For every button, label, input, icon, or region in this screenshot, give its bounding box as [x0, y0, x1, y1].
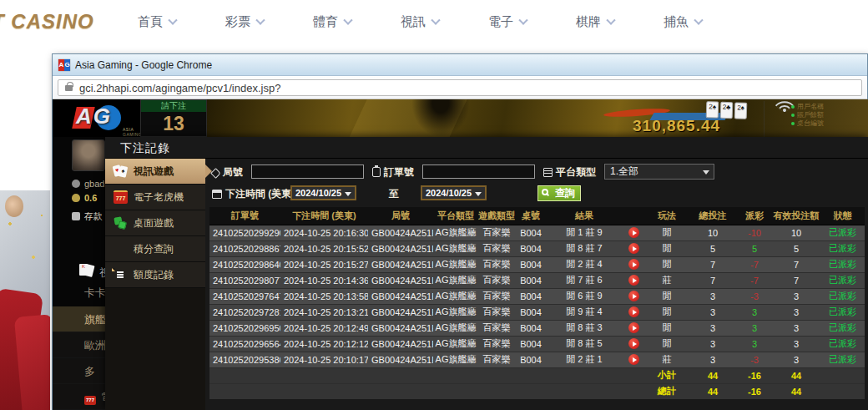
- table-header-row: 訂單號 下注時間 (美東) 局號 平台類型 遊戲類型 桌號 結果 玩法 總投注 …: [209, 207, 865, 225]
- round-number-input[interactable]: [251, 165, 364, 179]
- cell-result: 閒 8 莊 3: [547, 320, 622, 336]
- sidebar-item-points-query[interactable]: 積分查詢: [105, 236, 205, 262]
- ag-logo: AG ASIA GAMING: [74, 104, 149, 134]
- panel-content: 局號 訂單號 平台類型 1.全部 下注時間 (美東) 2024/10/25 至 …: [205, 159, 868, 410]
- play-video-button[interactable]: [628, 354, 639, 365]
- nav-item-lottery[interactable]: 彩票: [225, 14, 264, 30]
- chevron-down-icon: [431, 16, 440, 25]
- date-from-select[interactable]: 2024/10/25: [290, 185, 356, 200]
- chevron-down-icon: [255, 16, 265, 25]
- play-video-button[interactable]: [628, 291, 639, 301]
- cell-bet-time: 2024-10-25 20:13:58: [280, 288, 368, 304]
- cell-game-type: 百家樂: [478, 304, 515, 320]
- window-title: Asia Gaming - Google Chrome: [75, 59, 212, 71]
- nav-item-poker[interactable]: 棋牌: [576, 14, 614, 30]
- cell-total-bet: 3: [689, 304, 737, 320]
- chrome-title-bar[interactable]: AG Asia Gaming - Google Chrome: [53, 54, 867, 76]
- play-video-button[interactable]: [628, 227, 639, 238]
- cell-status: 已派彩: [820, 288, 865, 304]
- cell-bet-time: 2024-10-25 20:12:49: [280, 320, 368, 336]
- cell-platform-type: AG旗艦廳: [433, 225, 478, 240]
- cell-game-type: 百家樂: [478, 256, 515, 272]
- nav-item-slots[interactable]: 電子: [488, 14, 527, 30]
- cell-payout: -10: [737, 225, 772, 240]
- grand-total-row: 總計 44 -16 44: [209, 383, 865, 399]
- dropdown-arrow-icon: [475, 192, 482, 196]
- cell-video: [622, 225, 645, 240]
- cell-game-type: 百家樂: [478, 240, 515, 256]
- cell-status: 已派彩: [820, 336, 865, 352]
- play-video-button[interactable]: [628, 243, 639, 254]
- play-video-button[interactable]: [628, 322, 639, 333]
- nav-item-fishing[interactable]: 捕魚: [664, 14, 702, 30]
- platform-type-select[interactable]: 1.全部: [604, 164, 714, 180]
- background-balance: 0.6: [72, 193, 97, 203]
- nav-item-home[interactable]: 首頁: [138, 14, 176, 30]
- bet-timer: 請下注 13: [140, 99, 207, 137]
- casino-logo[interactable]: T CASINO: [0, 10, 94, 33]
- play-video-button[interactable]: [628, 306, 639, 317]
- cell-order-number: 241025202953860: [209, 352, 280, 367]
- cell-round-number: GB00424A251F0: [368, 288, 433, 304]
- cell-total-bet: 3: [689, 352, 737, 367]
- cell-valid-bet: 3: [772, 304, 820, 320]
- search-button[interactable]: 查詢: [537, 185, 581, 201]
- nav-item-live[interactable]: 視訊: [401, 14, 439, 30]
- chevron-down-icon: [694, 16, 703, 25]
- sidebar-item-table-games[interactable]: 桌面遊戲: [105, 210, 205, 236]
- promo-image: [0, 190, 50, 410]
- round-number-label: 局號: [212, 165, 243, 180]
- cell-valid-bet: 3: [772, 288, 820, 304]
- cell-play-type: 閒: [645, 304, 689, 320]
- cell-play-type: 閒: [645, 320, 689, 336]
- user-avatar[interactable]: [72, 139, 105, 171]
- chrome-window: AG Asia Gaming - Google Chrome gci.2hhap…: [52, 53, 868, 410]
- info-balance-label: 賬戶餘額: [791, 111, 824, 119]
- cell-video: [622, 304, 645, 320]
- cell-round-number: GB00424A251EY: [368, 320, 433, 336]
- cell-valid-bet: 3: [772, 336, 820, 352]
- address-bar[interactable]: gci.2hhapi.com/agingame/pcv1/index.jsp?: [58, 79, 862, 96]
- play-video-button[interactable]: [628, 259, 639, 270]
- calendar-icon: [212, 190, 222, 199]
- cell-order-number: 241025202992906: [209, 225, 280, 240]
- info-table-label: 桌台編號: [791, 119, 824, 128]
- chevron-down-icon: [343, 16, 352, 25]
- cell-total-bet: 7: [689, 272, 737, 288]
- panel-title: 下注記錄: [105, 137, 868, 159]
- cell-result: 閒 2 莊 4: [547, 256, 622, 272]
- user-info-block: 用戶名稱 賬戶餘額 桌台編號: [764, 101, 868, 137]
- background-tab[interactable]: 卡卡: [84, 286, 106, 301]
- cell-result: 閒 8 莊 7: [547, 240, 622, 256]
- table-row: 2410252029764792024-10-25 20:13:58GB0042…: [209, 288, 865, 304]
- order-number-input[interactable]: [422, 165, 535, 179]
- nav-item-sports[interactable]: 體育: [313, 14, 351, 30]
- sidebar-item-live-games[interactable]: ♥♠ 視訊遊戲: [105, 159, 205, 185]
- sidebar-item-credit-records[interactable]: 額度記錄: [105, 262, 205, 288]
- order-number-label: 訂單號: [372, 165, 414, 180]
- date-to-select[interactable]: 2024/10/25: [421, 185, 487, 200]
- cell-valid-bet: 5: [772, 240, 820, 256]
- cell-valid-bet: 10: [772, 225, 820, 240]
- cell-valid-bet: 3: [772, 352, 820, 367]
- play-video-button[interactable]: [628, 338, 639, 349]
- play-video-button[interactable]: [628, 275, 639, 286]
- cell-play-type: 閒: [645, 240, 689, 256]
- cell-total-bet: 10: [689, 225, 737, 240]
- cell-table-number: B004: [515, 288, 547, 304]
- deposit-link[interactable]: 存款: [72, 210, 103, 223]
- green-dot: [791, 114, 795, 117]
- chevron-down-icon: [518, 16, 527, 25]
- cell-status: 已派彩: [820, 320, 865, 336]
- cell-round-number: GB00424A251EX: [368, 336, 433, 352]
- lock-icon: [65, 85, 73, 91]
- cell-order-number: 241025202969501: [209, 320, 280, 336]
- cell-game-type: 百家樂: [478, 352, 515, 367]
- cell-play-type: 閒: [645, 256, 689, 272]
- cell-round-number: GB00424A251F3: [368, 240, 433, 256]
- sidebar-item-slots[interactable]: 777 電子老虎機: [105, 185, 205, 210]
- table-row: 2410252029728122024-10-25 20:13:21GB0042…: [209, 304, 865, 320]
- slot-machine-icon: 777: [114, 190, 128, 204]
- cell-status: 已派彩: [820, 240, 865, 256]
- url-text: gci.2hhapi.com/agingame/pcv1/index.jsp?: [79, 82, 280, 94]
